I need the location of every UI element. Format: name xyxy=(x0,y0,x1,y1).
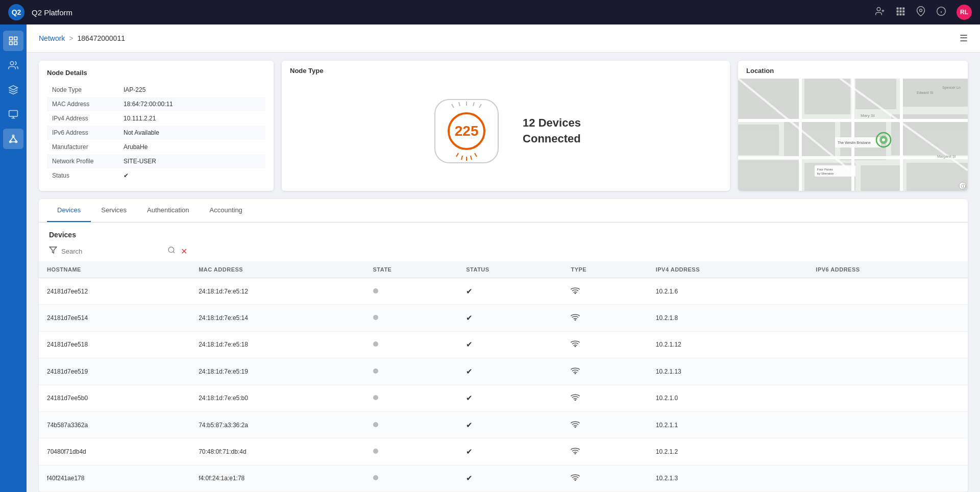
svg-line-32 xyxy=(473,102,474,106)
ipv4-cell: 10.2.1.8 xyxy=(648,305,808,331)
sidebar-item-devices[interactable] xyxy=(3,104,23,125)
hostname-cell[interactable]: 24181d7ee5b0 xyxy=(39,385,190,411)
svg-text:by Sheraton: by Sheraton xyxy=(817,172,834,175)
hostname-cell[interactable]: 70480f71db4d xyxy=(39,438,190,465)
mac-cell: 74:b5:87:a3:36:2a xyxy=(190,411,364,438)
svg-point-73 xyxy=(882,138,885,141)
state-cell xyxy=(365,465,458,491)
ipv4-cell: 10.2.1.2 xyxy=(648,438,808,465)
tab-authentication[interactable]: Authentication xyxy=(137,199,199,222)
ipv6-cell xyxy=(807,385,968,411)
tabs-container: DevicesServicesAuthenticationAccounting xyxy=(39,199,968,223)
svg-point-0 xyxy=(877,7,880,11)
table-row: 70480f71db4d 70:48:0f:71:db:4d ✔ 10.2.1.… xyxy=(39,438,968,465)
grid-icon[interactable] xyxy=(895,6,905,19)
svg-line-35 xyxy=(452,104,454,108)
add-user-icon[interactable] xyxy=(875,6,885,19)
breadcrumb-menu-icon[interactable]: ☰ xyxy=(960,33,968,44)
status-cell: ✔ xyxy=(458,411,562,438)
sidebar-item-users[interactable] xyxy=(3,55,23,76)
detail-value: 10.111.2.21 xyxy=(118,111,265,126)
svg-point-86 xyxy=(575,480,576,481)
ipv6-cell xyxy=(807,278,968,305)
breadcrumb: Network > 186472000011 xyxy=(39,34,125,42)
detail-value: ✔ xyxy=(118,168,265,183)
svg-line-37 xyxy=(461,156,462,160)
node-type-card: Node Type xyxy=(282,61,730,191)
devices-section-title: Devices xyxy=(39,223,968,243)
hostname-cell[interactable]: 74b587a3362a xyxy=(39,411,190,438)
status-cell: ✔ xyxy=(458,278,562,305)
state-cell xyxy=(365,411,458,438)
hostname-cell[interactable]: 24181d7ee518 xyxy=(39,331,190,358)
tab-accounting[interactable]: Accounting xyxy=(200,199,253,222)
svg-rect-21 xyxy=(9,111,18,117)
detail-label: MAC Address xyxy=(47,97,118,111)
breadcrumb-bar: Network > 186472000011 ☰ xyxy=(27,24,980,53)
state-dot xyxy=(373,475,378,480)
mac-cell: 24:18:1d:7e:e5:b0 xyxy=(190,385,364,411)
type-cell xyxy=(562,358,647,385)
col-ipv4-address: IPV4 ADDRESS xyxy=(648,261,808,278)
status-cell: ✔ xyxy=(458,385,562,411)
mac-cell: 70:48:0f:71:db:4d xyxy=(190,438,364,465)
svg-point-24 xyxy=(12,135,14,137)
status-check-icon: ✔ xyxy=(466,287,473,296)
status-check-icon: ✔ xyxy=(466,393,473,402)
svg-text:Mary St: Mary St xyxy=(861,113,875,118)
wifi-icon xyxy=(571,447,580,456)
status-cell: ✔ xyxy=(458,438,562,465)
table-row: 24181d7ee519 24:18:1d:7e:e5:19 ✔ 10.2.1.… xyxy=(39,358,968,385)
hostname-cell[interactable]: 24181d7ee514 xyxy=(39,305,190,331)
ipv4-cell: 10.2.1.3 xyxy=(648,465,808,491)
hostname-cell[interactable]: 24181d7ee519 xyxy=(39,358,190,385)
breadcrumb-network-link[interactable]: Network xyxy=(39,34,65,42)
hostname-cell[interactable]: f40f241ae178 xyxy=(39,465,190,491)
search-button[interactable] xyxy=(167,246,176,256)
ipv6-cell xyxy=(807,438,968,465)
mac-cell: f4:0f:24:1a:e1:78 xyxy=(190,465,364,491)
table-row: f40f241ae178 f4:0f:24:1a:e1:78 ✔ 10.2.1.… xyxy=(39,465,968,491)
sidebar-item-groups[interactable] xyxy=(3,80,23,100)
search-actions: ✕ xyxy=(167,246,187,256)
map-view: Mary St Edward St Spencer Ln Margaret St… xyxy=(738,79,968,191)
tab-devices[interactable]: Devices xyxy=(47,199,91,222)
svg-rect-8 xyxy=(902,10,904,12)
ipv4-cell: 10.2.1.12 xyxy=(648,331,808,358)
svg-point-84 xyxy=(575,427,576,428)
svg-rect-44 xyxy=(804,79,850,114)
detail-value: ArubaHe xyxy=(118,140,265,154)
search-close-button[interactable]: ✕ xyxy=(181,247,187,256)
user-avatar[interactable]: RL xyxy=(957,5,972,20)
search-bar: ✕ xyxy=(39,243,968,261)
sidebar-item-dashboard[interactable] xyxy=(3,31,23,51)
sidebar-item-network[interactable] xyxy=(3,129,23,149)
ipv4-cell: 10.2.1.1 xyxy=(648,411,808,438)
info-icon[interactable] xyxy=(936,6,946,19)
ipv6-cell xyxy=(807,465,968,491)
filter-icon[interactable] xyxy=(49,246,57,256)
wifi-icon xyxy=(571,393,580,402)
wifi-icon xyxy=(571,474,580,482)
state-cell xyxy=(365,438,458,465)
status-check-icon: ✔ xyxy=(466,313,473,322)
content-area: Network > 186472000011 ☰ Node Details No… xyxy=(27,24,980,492)
col-status: STATUS xyxy=(458,261,562,278)
state-dot xyxy=(373,341,378,347)
wifi-icon xyxy=(571,421,580,429)
svg-line-78 xyxy=(173,252,175,253)
svg-text:Margaret St: Margaret St xyxy=(937,155,956,159)
detail-label: Status xyxy=(47,168,118,183)
gauge-visual: 225 xyxy=(431,95,502,167)
svg-rect-4 xyxy=(899,7,901,9)
tab-services[interactable]: Services xyxy=(91,199,137,222)
status-check-icon: ✔ xyxy=(466,367,473,376)
location-icon[interactable] xyxy=(916,6,926,19)
svg-line-33 xyxy=(479,104,481,108)
svg-line-27 xyxy=(10,137,13,141)
search-input[interactable] xyxy=(61,248,163,255)
svg-rect-54 xyxy=(906,163,968,191)
hostname-cell[interactable]: 24181d7ee512 xyxy=(39,278,190,305)
node-details-table: Node TypeIAP-225MAC Address18:64:72:00:0… xyxy=(47,83,265,183)
col-state: STATE xyxy=(365,261,458,278)
